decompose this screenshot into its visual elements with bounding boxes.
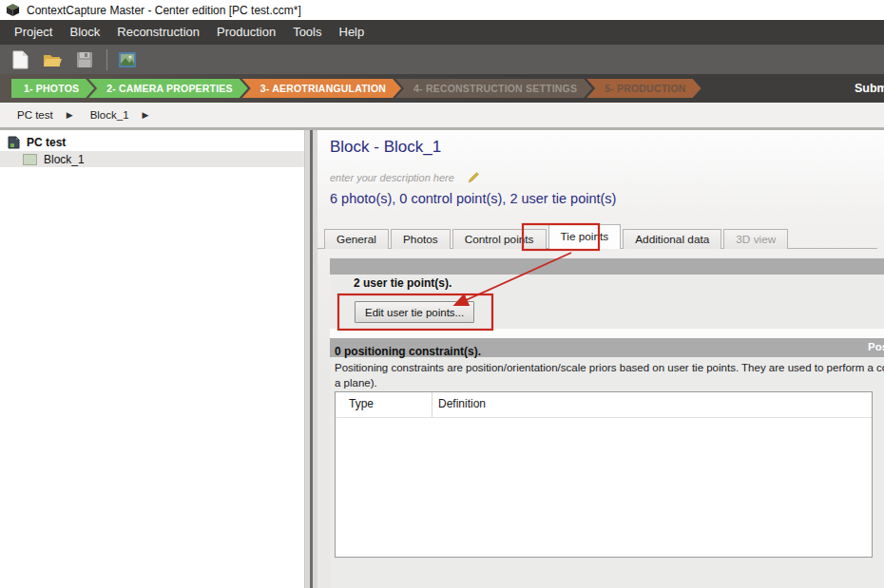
column-header-type[interactable]: Type xyxy=(349,397,374,410)
positioning-constraints-description-line2: a plane). xyxy=(335,377,377,389)
toolbar xyxy=(0,45,884,74)
description-placeholder[interactable]: enter your description here xyxy=(330,172,454,183)
project-tree-panel: PC test Block_1 xyxy=(0,130,305,588)
block-tabs: General Photos Control points Tie points… xyxy=(324,224,884,249)
tab-3d-view[interactable]: 3D view xyxy=(723,229,788,249)
positioning-constraints-section: Positioning constraints 0 positioning co… xyxy=(330,338,884,588)
workflow-step-aerotriangulation[interactable]: 3- AEROTRIANGULATION xyxy=(242,79,401,98)
breadcrumb: PC test ▶ Block_1 ▶ xyxy=(0,103,884,130)
save-project-icon[interactable] xyxy=(72,48,97,71)
tree-item-project-label: PC test xyxy=(27,136,66,149)
user-tie-points-count: 2 user tie point(s). xyxy=(354,276,452,290)
workflow-steps: 1- PHOTOS 2- CAMERA PROPERTIES 3- AEROTR… xyxy=(11,79,701,98)
description-row: enter your description here xyxy=(330,172,479,183)
breadcrumb-project[interactable]: PC test xyxy=(17,109,53,121)
tab-photos[interactable]: Photos xyxy=(391,229,451,249)
workflow-bar: 1- PHOTOS 2- CAMERA PROPERTIES 3- AEROTR… xyxy=(0,74,884,103)
edit-user-tie-points-button[interactable]: Edit user tie points... xyxy=(355,301,474,323)
menu-reconstruction[interactable]: Reconstruction xyxy=(108,20,208,45)
column-header-definition[interactable]: Definition xyxy=(438,397,486,410)
tab-general[interactable]: General xyxy=(324,229,389,249)
tree-item-block-label: Block_1 xyxy=(44,153,85,166)
positioning-constraints-count: 0 positioning constraint(s). xyxy=(335,345,481,358)
workflow-step-camera-properties[interactable]: 2- CAMERA PROPERTIES xyxy=(88,79,248,98)
workflow-step-reconstruction-settings[interactable]: 4- RECONSTRUCTION SETTINGS xyxy=(395,79,592,98)
tree-item-project[interactable]: PC test xyxy=(0,134,304,150)
section-gap xyxy=(330,329,884,338)
title-bar: ContextCapture Master - Center edition [… xyxy=(0,0,884,20)
project-icon xyxy=(8,136,20,149)
menu-production[interactable]: Production xyxy=(208,20,284,45)
menu-bar: Project Block Reconstruction Production … xyxy=(0,20,884,45)
positioning-constraints-header-label: Positioning constraints xyxy=(868,341,884,352)
block-title: Block - Block_1 xyxy=(330,138,441,157)
user-tie-points-section-header xyxy=(330,258,884,275)
panel-splitter[interactable] xyxy=(305,130,317,588)
app-cube-icon xyxy=(6,3,20,17)
menu-tools[interactable]: Tools xyxy=(284,20,330,45)
block-detail-panel: Block - Block_1 enter your description h… xyxy=(317,130,884,588)
constraints-table-header: Type Definition xyxy=(336,392,872,418)
photos-view-icon[interactable] xyxy=(115,48,140,71)
tab-additional-data[interactable]: Additional data xyxy=(623,229,721,249)
new-project-icon[interactable] xyxy=(8,48,32,71)
breadcrumb-arrow-icon[interactable]: ▶ xyxy=(67,110,73,120)
block-icon xyxy=(23,154,37,165)
splitter-handle[interactable] xyxy=(310,130,313,588)
column-divider[interactable] xyxy=(432,392,432,417)
user-tie-points-section: 2 user tie point(s). Edit user tie point… xyxy=(330,258,884,329)
workflow-step-photos[interactable]: 1- PHOTOS xyxy=(11,79,94,98)
breadcrumb-arrow-icon[interactable]: ▶ xyxy=(143,110,149,120)
open-project-icon[interactable] xyxy=(40,48,65,71)
tab-control-points[interactable]: Control points xyxy=(452,229,547,249)
edit-description-pencil-icon[interactable] xyxy=(468,172,479,183)
block-summary: 6 photo(s), 0 control point(s), 2 user t… xyxy=(330,191,616,206)
tab-tie-points[interactable]: Tie points xyxy=(548,224,622,249)
window-title: ContextCapture Master - Center edition [… xyxy=(27,4,301,17)
toolbar-separator xyxy=(106,49,107,70)
menu-project[interactable]: Project xyxy=(6,20,61,45)
menu-block[interactable]: Block xyxy=(61,20,108,45)
submit-label[interactable]: Submit xyxy=(855,74,884,103)
constraints-table[interactable]: Type Definition xyxy=(335,391,873,558)
positioning-constraints-description-line1: Positioning constraints are position/ori… xyxy=(335,362,884,373)
workflow-step-production[interactable]: 5- PRODUCTION xyxy=(586,79,701,98)
tree-item-block[interactable]: Block_1 xyxy=(0,151,304,167)
tie-points-tab-content: 2 user tie point(s). Edit user tie point… xyxy=(330,258,884,588)
menu-help[interactable]: Help xyxy=(331,20,374,45)
breadcrumb-block[interactable]: Block_1 xyxy=(90,109,129,121)
contextcapture-window: { "window": { "title": "ContextCapture M… xyxy=(0,0,884,588)
